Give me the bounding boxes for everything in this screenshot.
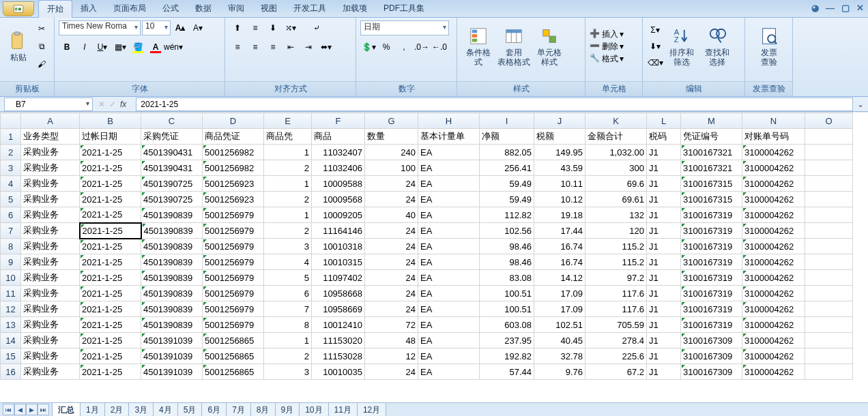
row-header-16[interactable]: 16 (1, 364, 21, 380)
cell[interactable]: 2 (264, 160, 312, 176)
sheet-tab[interactable]: 2月 (104, 402, 130, 417)
cell[interactable]: 3100167309 (681, 348, 742, 364)
col-header-H[interactable]: H (418, 113, 480, 129)
number-format-select[interactable]: 日期 (360, 20, 449, 35)
sheet-tab[interactable]: 6月 (201, 402, 227, 417)
sheet-tab[interactable]: 8月 (250, 402, 276, 417)
increase-font-button[interactable]: A▴ (172, 20, 188, 35)
cell[interactable]: EA (418, 207, 480, 223)
cell[interactable] (805, 333, 853, 348)
percent-button[interactable]: % (378, 40, 394, 55)
tab-dev[interactable]: 开发工具 (285, 0, 334, 17)
col-header-I[interactable]: I (480, 113, 534, 129)
col-header-G[interactable]: G (365, 113, 418, 129)
cell[interactable]: 5 (264, 270, 312, 286)
cell[interactable] (805, 301, 853, 317)
cell[interactable]: 采购业务 (21, 145, 80, 160)
cell[interactable]: 4501391039 (141, 364, 203, 380)
sheet-tab[interactable]: 11月 (328, 402, 358, 417)
cell[interactable]: J1 (647, 317, 681, 333)
cell[interactable]: 基本计量单 (418, 129, 480, 145)
close-window-icon[interactable]: ✕ (856, 3, 864, 13)
cell[interactable]: J1 (647, 333, 681, 348)
cell[interactable]: 100.51 (480, 301, 534, 317)
cell[interactable]: 3100004262 (742, 239, 805, 254)
cell[interactable]: 10.11 (534, 176, 585, 192)
cell[interactable]: EA (418, 254, 480, 270)
delete-cells-button[interactable]: ➖删除▾ (590, 41, 638, 53)
col-header-C[interactable]: C (141, 113, 203, 129)
cell[interactable]: 3100167309 (681, 364, 742, 380)
cell[interactable]: 705.59 (585, 317, 647, 333)
col-header-E[interactable]: E (264, 113, 312, 129)
cell[interactable]: 3100004262 (742, 348, 805, 364)
cell[interactable]: 4501391039 (141, 333, 203, 348)
cell[interactable] (805, 160, 853, 176)
cell[interactable]: 43.59 (534, 160, 585, 176)
cell[interactable]: 7 (264, 301, 312, 317)
sheet-tab[interactable]: 12月 (357, 402, 386, 417)
sheet-tab[interactable]: 1月 (80, 402, 105, 417)
cell[interactable]: EA (418, 286, 480, 301)
office-button[interactable] (3, 1, 34, 16)
cell[interactable]: 业务类型 (21, 129, 80, 145)
tab-pdf[interactable]: PDF工具集 (375, 0, 433, 17)
underline-button[interactable]: U▾ (94, 40, 111, 55)
merge-cells-button[interactable]: ⬌▾ (318, 40, 334, 55)
font-color-button[interactable]: A (147, 40, 164, 55)
format-cells-button[interactable]: 🔧格式▾ (590, 53, 638, 65)
cell[interactable]: 5001256979 (203, 254, 264, 270)
row-header-4[interactable]: 4 (1, 176, 21, 192)
increase-decimal-button[interactable]: .0→ (414, 40, 430, 55)
col-header-D[interactable]: D (203, 113, 264, 129)
cell[interactable]: 3100167321 (681, 145, 742, 160)
cell[interactable] (805, 192, 853, 207)
cell[interactable]: 10958669 (312, 301, 365, 317)
cell[interactable]: 5001256982 (203, 145, 264, 160)
cell[interactable]: 3100167319 (681, 254, 742, 270)
cell[interactable]: 24 (365, 176, 418, 192)
cell[interactable] (805, 145, 853, 160)
cell[interactable]: 5001256923 (203, 176, 264, 192)
sheet-tab[interactable]: 5月 (177, 402, 203, 417)
cell[interactable]: 278.4 (585, 333, 647, 348)
help-icon[interactable]: ◕ (811, 3, 819, 13)
tab-layout[interactable]: 页面布局 (105, 0, 154, 17)
cell[interactable]: 2021-1-25 (80, 301, 141, 317)
fill-button[interactable]: ⬇▾ (647, 39, 663, 54)
col-header-B[interactable]: B (80, 113, 141, 129)
cell[interactable]: 采购业务 (21, 270, 80, 286)
sheet-tab[interactable]: 10月 (299, 402, 328, 417)
cell[interactable]: 10010315 (312, 254, 365, 270)
row-header-13[interactable]: 13 (1, 317, 21, 333)
cut-button[interactable]: ✂ (33, 21, 50, 36)
cell[interactable]: 5001256979 (203, 301, 264, 317)
wrap-text-button[interactable]: ⤶ (308, 20, 325, 35)
cell[interactable]: 2021-1-25 (80, 254, 141, 270)
cell[interactable]: 5001256982 (203, 160, 264, 176)
cell[interactable]: 2021-1-25 (80, 160, 141, 176)
cell[interactable]: 4501390431 (141, 160, 203, 176)
cell[interactable]: 3100004262 (742, 364, 805, 380)
cell[interactable]: 3100167309 (681, 333, 742, 348)
decrease-indent-button[interactable]: ⇤ (283, 40, 299, 55)
cell[interactable]: 2 (264, 192, 312, 207)
cell[interactable]: J1 (647, 254, 681, 270)
cell[interactable]: 5001256979 (203, 223, 264, 239)
cell[interactable]: 115.2 (585, 254, 647, 270)
cell[interactable]: EA (418, 270, 480, 286)
cell[interactable]: 采购业务 (21, 348, 80, 364)
cell[interactable]: 4501390431 (141, 145, 203, 160)
cell[interactable]: 4501390839 (141, 223, 203, 239)
cell[interactable]: 10009568 (312, 192, 365, 207)
cell[interactable]: 11097402 (312, 270, 365, 286)
cell[interactable]: 2021-1-25 (80, 239, 141, 254)
minimize-ribbon-icon[interactable]: — (826, 3, 835, 13)
cell[interactable]: 1 (264, 145, 312, 160)
cell[interactable] (805, 348, 853, 364)
cell[interactable]: 5001256979 (203, 270, 264, 286)
cell[interactable]: EA (418, 364, 480, 380)
decrease-decimal-button[interactable]: ←.0 (431, 40, 448, 55)
cell[interactable]: 5001256865 (203, 348, 264, 364)
cell[interactable]: 14.12 (534, 270, 585, 286)
